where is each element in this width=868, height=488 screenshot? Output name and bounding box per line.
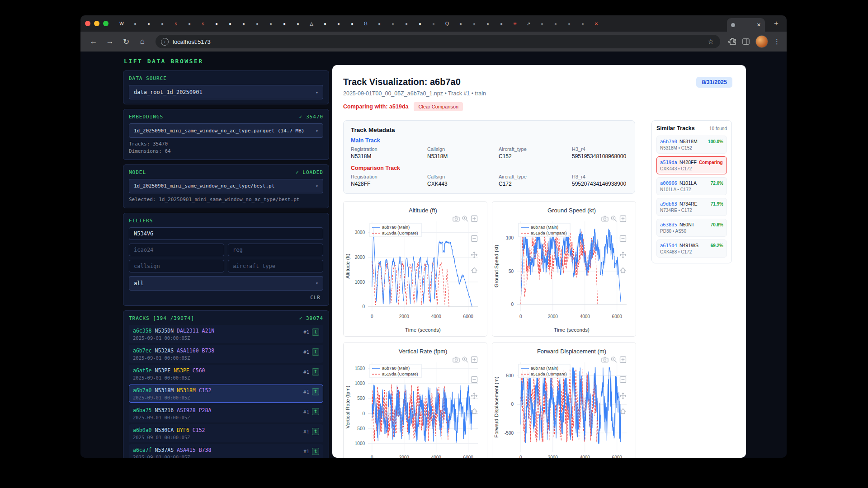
side-panel-icon[interactable] xyxy=(742,38,750,46)
similar-track-registration: N50NT xyxy=(679,222,694,227)
url-bar[interactable]: i localhost:5173 ☆ xyxy=(156,35,720,48)
svg-text:1000: 1000 xyxy=(355,381,365,386)
pinned-tab[interactable]: ● xyxy=(495,17,508,30)
pinned-tab[interactable]: G xyxy=(359,17,373,30)
pinned-tab[interactable]: ● xyxy=(264,17,278,30)
clear-filters-button[interactable]: CLR xyxy=(307,294,323,301)
similar-track-id[interactable]: a9db63 xyxy=(660,201,677,206)
similar-track-item[interactable]: a6b7a0 N5318M 100.0% N5318M • C152 xyxy=(656,136,727,154)
similar-track-item[interactable]: a9db63 N734RE 71.9% N734RE • C172 xyxy=(656,198,727,216)
similar-track-id[interactable]: a519da xyxy=(660,160,677,165)
browser-menu-icon[interactable]: ⋮ xyxy=(774,38,780,46)
pinned-tab[interactable]: ● xyxy=(278,17,291,30)
tab-favicon-icon: ● xyxy=(500,21,503,26)
similar-track-id[interactable]: a00966 xyxy=(660,180,677,186)
filter-search-input[interactable] xyxy=(129,227,323,240)
forward-icon[interactable]: → xyxy=(103,35,117,48)
data-source-select[interactable]: data_root_1d_20250901 ▾ xyxy=(129,85,323,99)
pinned-tab[interactable]: ● xyxy=(413,17,427,30)
pinned-tab[interactable]: ● xyxy=(142,17,156,30)
legend[interactable]: a6b7a0 (Main)a519da (Compare) xyxy=(370,223,421,237)
similar-track-id[interactable]: a638d5 xyxy=(660,222,677,227)
similar-track-id[interactable]: a6b7a0 xyxy=(660,139,677,144)
filter-icao24-input[interactable] xyxy=(129,244,224,256)
close-window-icon[interactable] xyxy=(85,21,90,26)
close-tab-icon[interactable]: ✕ xyxy=(757,22,761,28)
pinned-tab[interactable]: ● xyxy=(345,17,359,30)
pinned-tab[interactable]: Q xyxy=(440,17,454,30)
pinned-tab[interactable]: ● xyxy=(183,17,196,30)
site-info-icon[interactable]: i xyxy=(161,38,169,46)
pinned-tab[interactable]: ✕ xyxy=(590,17,603,30)
pinned-tab[interactable]: W xyxy=(115,17,128,30)
track-row[interactable]: a6b0a0 N530CA BYF6 C152 2025-09-01 00:00… xyxy=(129,424,323,442)
clear-comparison-button[interactable]: Clear Comparison xyxy=(414,102,463,111)
extensions-icon[interactable] xyxy=(728,38,736,46)
model-select[interactable]: 1d_20250901_mini_same_window_no_ac_type/… xyxy=(129,179,323,193)
chart-forward-displacement: 0200040006000-5000500Forward Displacemen… xyxy=(492,342,636,458)
pinned-tab[interactable]: ● xyxy=(237,17,250,30)
similar-track-item[interactable]: a519da N428FF Comparing 7 CXK443 • C172 xyxy=(656,156,727,174)
pinned-tab[interactable]: ● xyxy=(291,17,305,30)
pinned-tab[interactable]: ● xyxy=(576,17,590,30)
pinned-tab[interactable]: ● xyxy=(318,17,332,30)
tab-favicon-icon: ● xyxy=(581,21,584,26)
similar-track-subtext: N101LA • C172 xyxy=(660,187,723,192)
pinned-tab[interactable]: ● xyxy=(250,17,264,30)
pinned-tab[interactable]: ● xyxy=(562,17,576,30)
pinned-tab[interactable]: s xyxy=(196,17,210,30)
track-row[interactable]: a6b7ec N532AS ASA1160 B738 2025-09-01 00… xyxy=(129,345,323,363)
active-tab[interactable]: ✕ xyxy=(727,18,765,32)
svg-text:0: 0 xyxy=(371,314,373,319)
pinned-tab[interactable]: ● xyxy=(373,17,386,30)
pinned-tab[interactable]: ● xyxy=(156,17,169,30)
pinned-tab[interactable]: ● xyxy=(535,17,549,30)
reload-icon[interactable]: ↻ xyxy=(119,35,133,48)
pinned-tab[interactable]: ● xyxy=(128,17,142,30)
profile-avatar[interactable] xyxy=(755,35,768,48)
metadata-field-value: N428FF xyxy=(351,181,425,187)
similar-track-item[interactable]: a638d5 N50NT 70.8% PD30 • AS50 xyxy=(656,219,727,237)
svg-text:0: 0 xyxy=(519,314,522,319)
home-icon[interactable]: ⌂ xyxy=(136,35,149,48)
embeddings-select[interactable]: 1d_20250901_mini_same_window_no_ac_type.… xyxy=(129,123,323,138)
legend[interactable]: a6b7a0 (Main)a519da (Compare) xyxy=(370,364,421,378)
pinned-tab[interactable]: ● xyxy=(223,17,237,30)
pinned-tab[interactable]: ● xyxy=(467,17,481,30)
bookmark-star-icon[interactable]: ☆ xyxy=(708,38,717,46)
filter-category-select[interactable]: all ▾ xyxy=(129,276,323,291)
pinned-tab[interactable]: s xyxy=(169,17,183,30)
pinned-tab[interactable]: ● xyxy=(386,17,400,30)
pinned-tab[interactable]: ● xyxy=(481,17,495,30)
track-row[interactable]: a6ba75 N53216 ASI928 P28A 2025-09-01 00:… xyxy=(129,404,323,422)
track-row[interactable]: a6af5e N53PE N53PE C560 2025-09-01 00:00… xyxy=(129,365,323,383)
pinned-tab[interactable]: ● xyxy=(427,17,440,30)
similar-track-item[interactable]: a615d4 N491WS 69.2% CXK488 • C172 xyxy=(656,239,727,258)
pinned-tab[interactable]: ● xyxy=(332,17,345,30)
similar-track-score: 72.0% xyxy=(711,181,723,186)
pinned-tab[interactable]: ● xyxy=(400,17,413,30)
filter-reg-input[interactable] xyxy=(228,244,323,256)
filter-aircraft-type-input[interactable] xyxy=(228,260,323,272)
window-controls[interactable] xyxy=(85,21,108,26)
pinned-tab[interactable]: ↗ xyxy=(522,17,535,30)
similar-track-item[interactable]: a00966 N101LA 72.0% N101LA • C172 xyxy=(656,177,727,195)
legend[interactable]: a6b7a0 (Main)a519da (Compare) xyxy=(519,223,570,237)
pinned-tab[interactable]: ✳ xyxy=(508,17,522,30)
track-row[interactable]: a6c358 N535DN DAL2311 A21N 2025-09-01 00… xyxy=(129,325,323,343)
pinned-tab[interactable]: ● xyxy=(454,17,467,30)
track-row[interactable]: a6ca7f N537AS ASA415 B738 2025-09-01 00:… xyxy=(129,444,323,458)
minimize-window-icon[interactable] xyxy=(94,21,99,26)
back-icon[interactable]: ← xyxy=(87,35,100,48)
svg-text:1500: 1500 xyxy=(355,366,365,371)
similar-track-id[interactable]: a615d4 xyxy=(660,243,677,248)
pinned-tab[interactable]: ● xyxy=(549,17,562,30)
pinned-tab[interactable]: ● xyxy=(210,17,223,30)
legend[interactable]: a6b7a0 (Main)a519da (Compare) xyxy=(519,364,570,378)
maximize-window-icon[interactable] xyxy=(103,21,108,26)
filter-callsign-input[interactable] xyxy=(129,260,224,272)
new-tab-button[interactable]: + xyxy=(770,19,782,28)
track-row[interactable]: a6b7a0 N5318M N5318M C152 2025-09-01 00:… xyxy=(129,385,323,403)
pinned-tab[interactable]: △ xyxy=(305,17,318,30)
url-text[interactable]: localhost:5173 xyxy=(173,38,704,45)
